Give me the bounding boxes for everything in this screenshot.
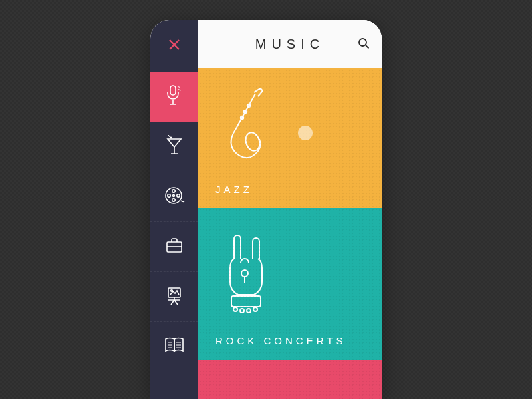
svg-point-2 <box>166 188 182 203</box>
book-icon <box>164 336 185 356</box>
sidebar-item-close[interactable] <box>150 20 198 72</box>
category-label: JAZZ <box>215 184 253 195</box>
svg-point-4 <box>172 199 175 201</box>
app-frame: MUSIC JAZZ <box>150 20 382 399</box>
close-icon <box>167 37 182 55</box>
category-card-jazz[interactable]: JAZZ <box>198 68 382 207</box>
svg-point-20 <box>247 309 251 313</box>
category-label: ROCK CONCERTS <box>215 335 346 346</box>
saxophone-icon <box>215 158 275 169</box>
search-icon <box>358 40 370 51</box>
page-title: MUSIC <box>255 37 325 52</box>
category-card-next[interactable] <box>198 360 382 399</box>
svg-point-11 <box>359 39 366 46</box>
microphone-icon <box>164 84 184 110</box>
svg-rect-0 <box>170 86 176 95</box>
sidebar-item-music[interactable] <box>150 72 198 122</box>
sidebar-item-art[interactable] <box>150 271 198 321</box>
svg-point-16 <box>241 270 248 277</box>
header: MUSIC <box>198 20 382 68</box>
svg-rect-17 <box>231 296 261 307</box>
sidebar-item-business[interactable] <box>150 221 198 271</box>
decorative-dot <box>298 126 313 140</box>
search-button[interactable] <box>358 37 370 52</box>
svg-point-10 <box>171 290 173 292</box>
svg-point-21 <box>253 307 257 311</box>
sidebar <box>150 20 198 399</box>
briefcase-icon <box>164 236 184 257</box>
svg-point-7 <box>173 195 175 197</box>
sidebar-item-nightlife[interactable] <box>150 122 198 172</box>
svg-point-3 <box>172 190 175 192</box>
svg-point-19 <box>240 309 244 313</box>
film-reel-icon <box>164 185 185 209</box>
category-card-rock[interactable]: ROCK CONCERTS <box>198 208 382 360</box>
svg-point-6 <box>177 194 180 197</box>
easel-icon <box>164 285 184 309</box>
sidebar-item-film[interactable] <box>150 172 198 221</box>
cocktail-icon <box>164 135 184 159</box>
sidebar-item-reading[interactable] <box>150 321 198 371</box>
rock-hand-icon <box>215 317 275 329</box>
main-content: MUSIC JAZZ <box>198 20 382 399</box>
svg-point-18 <box>233 307 237 311</box>
svg-point-5 <box>168 194 170 197</box>
